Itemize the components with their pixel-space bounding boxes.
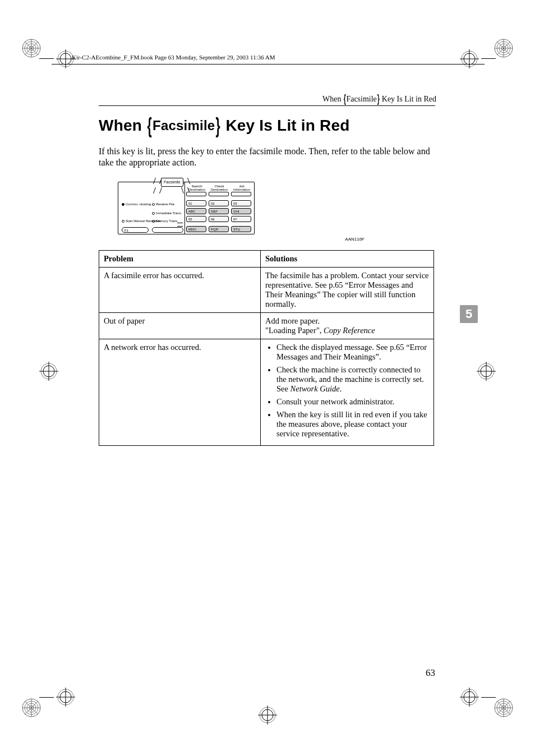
crosshair-icon: [39, 362, 58, 381]
figure-cut-icon: [177, 226, 183, 227]
hdr-check: Check Destination: [209, 185, 230, 191]
register-rosette-icon: [494, 38, 514, 58]
panel-left: Facsimile Commu- nicating Receive File I…: [118, 182, 185, 234]
figure-code: AAN116F: [345, 237, 365, 242]
bracket-close-icon: }: [216, 113, 220, 139]
crop-mark-icon: [481, 697, 496, 698]
led-communicating: Commu- nicating: [122, 202, 151, 206]
page: Kir-C2-AEcombine_F_FM.book Page 63 Monda…: [0, 0, 535, 756]
led-off-icon: [152, 212, 155, 215]
key-ghi: GHI: [231, 208, 251, 214]
running-head-pre: When: [322, 95, 341, 103]
hdr-job: Job Information: [231, 185, 252, 191]
led-memory: Memory Trans.: [152, 219, 178, 223]
key-abc: ABC: [186, 208, 206, 214]
title-pre: When: [99, 117, 146, 134]
running-head-rule: [99, 105, 435, 106]
crosshair-icon: [56, 688, 75, 707]
page-number: 63: [426, 667, 435, 679]
col-solutions: Solutions: [261, 251, 434, 268]
list-item: Check the displayed message. See p.65 “E…: [276, 343, 429, 362]
key-mno: MNO: [186, 226, 206, 232]
chapter-thumb-tab: 5: [460, 305, 478, 323]
key-stu: STU: [231, 226, 251, 232]
led-off-icon: [152, 220, 155, 223]
running-head-word: Facsimile: [346, 95, 376, 103]
cell-problem: A network error has occurred.: [99, 339, 261, 446]
facsimile-tab: Facsimile: [161, 178, 183, 187]
f1-key-blank: [152, 227, 183, 233]
crosshair-icon: [460, 49, 479, 68]
book-header: Kir-C2-AEcombine_F_FM.book Page 63 Monda…: [72, 54, 275, 61]
bracket-open-icon: {: [147, 113, 151, 139]
table-row: A facsimile error has occurred. The facs…: [99, 268, 434, 313]
panel-right: Search Destination Check Destination Job…: [184, 182, 255, 234]
slot: [209, 192, 229, 196]
key-07: 07: [231, 216, 251, 222]
running-head: When {Facsimile} Key Is Lit in Red: [322, 94, 436, 104]
solution-line: Add more paper.: [265, 316, 429, 326]
troubleshooting-table: Problem Solutions A facsimile error has …: [99, 250, 434, 446]
led-on-icon: [122, 203, 124, 206]
crosshair-icon: [258, 706, 277, 725]
list-item: Check the machine is correctly connected…: [276, 365, 429, 394]
figure-cut-icon: [177, 223, 183, 223]
slot: [231, 192, 251, 196]
col-problem: Problem: [99, 251, 261, 268]
crop-mark-icon: [39, 58, 54, 59]
hdr-search: Search Destination: [186, 185, 207, 191]
led-immediate: Immediate Trans.: [152, 211, 182, 215]
crosshair-icon: [460, 688, 479, 707]
title-key: Facsimile: [153, 118, 215, 133]
list-item: When the key is still lit in red even if…: [276, 410, 429, 439]
key-03: 03: [231, 200, 251, 206]
crop-mark-icon: [39, 697, 54, 698]
key-02: 02: [209, 200, 229, 206]
cell-solution: Check the displayed message. See p.65 “E…: [261, 339, 434, 446]
page-title: When {Facsimile} Key Is Lit in Red: [99, 117, 350, 135]
table-row: Out of paper Add more paper. "Loading Pa…: [99, 313, 434, 339]
title-post: Key Is Lit in Red: [221, 117, 349, 134]
header-rule: [52, 64, 485, 64]
register-rosette-icon: [21, 38, 41, 58]
cell-problem: A facsimile error has occurred.: [99, 268, 261, 313]
cell-solution: The facsimile has a problem. Contact you…: [261, 268, 434, 313]
running-head-post: Key Is Lit in Red: [382, 95, 436, 103]
register-rosette-icon: [21, 698, 41, 718]
cell-solution: Add more paper. "Loading Paper", Copy Re…: [261, 313, 434, 339]
cell-problem: Out of paper: [99, 313, 261, 339]
slot: [186, 192, 206, 196]
list-item: Consult your network administrator.: [276, 397, 429, 407]
led-receive-file: Receive File: [152, 202, 174, 206]
key-05: 05: [186, 216, 206, 222]
bracket-open-icon: {: [344, 93, 346, 105]
f1-key: F1: [122, 227, 149, 233]
led-off-icon: [122, 220, 124, 223]
solution-list: Check the displayed message. See p.65 “E…: [265, 343, 429, 439]
crop-mark-icon: [481, 58, 496, 59]
crosshair-icon: [477, 362, 496, 381]
table-header-row: Problem Solutions: [99, 251, 434, 268]
led-off-icon: [152, 203, 155, 206]
key-06: 06: [209, 216, 229, 222]
intro-paragraph: If this key is lit, press the key to ent…: [99, 146, 435, 168]
solution-ref: "Loading Paper", Copy Reference: [265, 326, 429, 335]
control-panel-figure: Facsimile Commu- nicating Receive File I…: [118, 181, 365, 243]
key-def: DEF: [209, 208, 229, 214]
bracket-close-icon: }: [377, 93, 380, 105]
key-pqr: PQR: [209, 226, 229, 232]
register-rosette-icon: [494, 698, 514, 718]
table-row: A network error has occurred. Check the …: [99, 339, 434, 446]
key-01: 01: [186, 200, 206, 206]
